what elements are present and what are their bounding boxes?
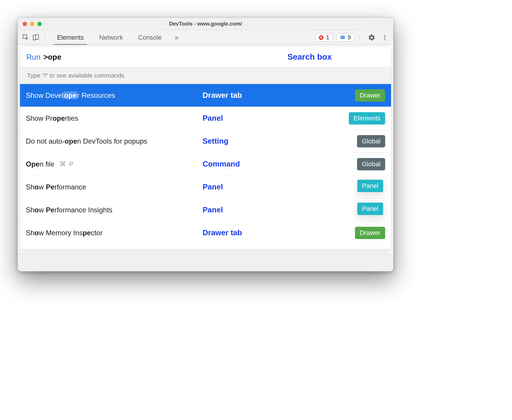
devtools-toolbar: Elements Network Console » 1 9: [18, 30, 393, 45]
window-bottom: [18, 253, 393, 271]
command-row[interactable]: Show Developer ResourcesDrawer tabDrawer: [20, 84, 391, 107]
row-tag: Global: [357, 135, 385, 147]
row-tag: Elements: [349, 112, 385, 125]
command-row[interactable]: Open file⌘ PCommandGlobal: [20, 153, 391, 176]
row-annotation: Panel: [203, 205, 223, 214]
svg-point-9: [384, 39, 385, 40]
svg-rect-5: [341, 37, 344, 37]
toolbar-divider: [359, 34, 360, 41]
command-row[interactable]: Show Performance InsightsPanelPanel: [20, 199, 391, 221]
more-tabs-icon[interactable]: »: [171, 33, 183, 42]
maximize-icon[interactable]: [37, 22, 42, 26]
issues-count: 9: [348, 34, 351, 41]
row-annotation: Panel: [203, 114, 223, 123]
row-annotation: Command: [203, 159, 240, 169]
svg-point-7: [384, 35, 385, 36]
command-list: Show Developer ResourcesDrawer tabDrawer…: [20, 84, 391, 244]
close-icon[interactable]: [23, 22, 27, 26]
error-counter[interactable]: 1: [315, 33, 333, 42]
error-icon: [319, 35, 324, 40]
device-toggle-icon[interactable]: [32, 34, 40, 41]
row-tag: Drawer: [355, 89, 385, 102]
command-search-input[interactable]: >ope: [43, 53, 61, 62]
window-controls: [23, 22, 42, 26]
svg-point-8: [384, 37, 385, 38]
tab-console[interactable]: Console: [132, 30, 168, 45]
kebab-menu-icon[interactable]: [381, 34, 389, 41]
command-text: Open file⌘ P: [26, 160, 74, 168]
command-text: Show Developer Resources: [26, 91, 115, 100]
command-row[interactable]: Show PropertiesPanelElements: [20, 107, 391, 130]
command-text: Show Properties: [26, 114, 78, 122]
row-tag: Panel: [357, 179, 383, 192]
window-title: DevTools - www.google.com/: [18, 21, 393, 27]
panel-bottom-fade: [20, 244, 391, 249]
titlebar: DevTools - www.google.com/: [18, 18, 393, 30]
row-tag: Panel: [357, 202, 383, 215]
row-tag: Drawer: [355, 227, 385, 239]
command-search-row: Run >ope Search box: [20, 47, 391, 67]
keyboard-shortcut: ⌘ P: [60, 160, 74, 168]
row-tag: Global: [357, 158, 385, 170]
run-label: Run: [26, 53, 41, 62]
command-row[interactable]: Show Memory InspectorDrawer tabDrawer: [20, 221, 391, 244]
search-box-annotation: Search box: [287, 52, 332, 62]
command-row[interactable]: Do not auto-open DevTools for popupsSett…: [20, 130, 391, 153]
command-text: Show Performance: [26, 183, 86, 191]
svg-rect-2: [36, 35, 38, 39]
command-text: Show Performance Insights: [26, 206, 112, 214]
devtools-window: DevTools - www.google.com/ Elements Netw…: [18, 18, 393, 271]
settings-icon[interactable]: [365, 34, 378, 41]
command-row[interactable]: Show PerformancePanelPanel: [20, 176, 391, 199]
svg-rect-6: [341, 38, 343, 38]
tab-network[interactable]: Network: [93, 30, 129, 45]
command-text: Do not auto-open DevTools for popups: [26, 137, 147, 145]
inspect-icon[interactable]: [22, 34, 30, 41]
svg-rect-4: [341, 36, 345, 39]
tab-elements[interactable]: Elements: [50, 30, 90, 45]
issues-counter[interactable]: 9: [337, 33, 354, 42]
row-annotation: Drawer tab: [203, 91, 242, 100]
row-annotation: Panel: [203, 182, 223, 191]
command-text: Show Memory Inspector: [26, 229, 102, 237]
row-annotation: Drawer tab: [203, 228, 242, 237]
selection-accent: [20, 84, 21, 107]
minimize-icon[interactable]: [30, 22, 34, 26]
toolbar-divider: [45, 34, 45, 41]
command-hint: Type '?' to see available commands: [20, 67, 391, 84]
error-count: 1: [326, 34, 329, 41]
row-annotation: Setting: [203, 137, 228, 146]
message-icon: [340, 35, 345, 40]
command-menu: Run >ope Search box Type '?' to see avai…: [20, 47, 391, 249]
